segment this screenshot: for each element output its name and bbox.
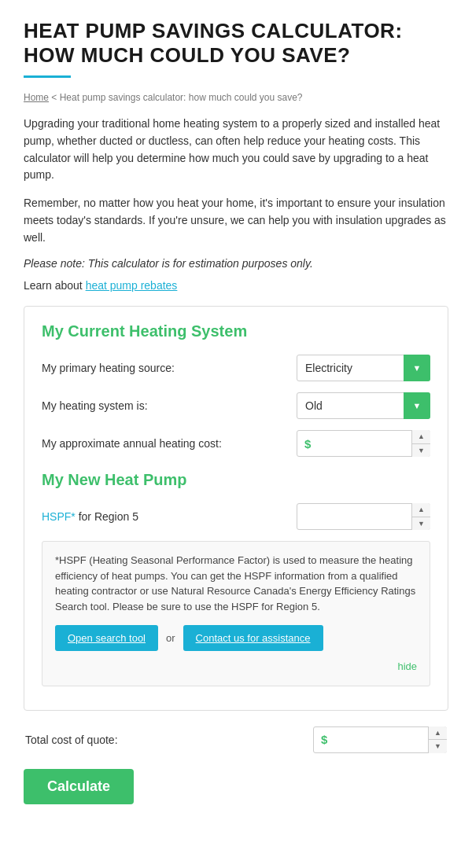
new-heat-pump-title: My New Heat Pump <box>42 471 430 489</box>
breadcrumb-home[interactable]: Home <box>24 92 49 103</box>
info-box-buttons: Open search tool or Contact us for assis… <box>55 625 417 651</box>
heating-source-label: My primary heating source: <box>42 362 175 374</box>
hspf-info-text: *HSPF (Heating Seasonal Performance Fact… <box>55 553 417 614</box>
breadcrumb: Home < Heat pump savings calculator: how… <box>24 92 448 103</box>
total-spin-up[interactable]: ▲ <box>429 726 447 741</box>
heating-cost-row: My approximate annual heating cost: $ ▲ … <box>42 430 430 457</box>
rebate-link-block: Learn about heat pump rebates <box>24 279 448 292</box>
rebate-text: Learn about <box>24 279 86 292</box>
heating-source-select[interactable]: Electricity Natural Gas Oil Propane <box>297 355 430 381</box>
cost-spin-down[interactable]: ▼ <box>412 444 430 458</box>
heating-system-select[interactable]: Old New <box>297 392 430 419</box>
total-cost-label: Total cost of quote: <box>25 734 118 746</box>
estimation-note: Please note: This calculator is for esti… <box>24 257 448 270</box>
current-heating-card: My Current Heating System My primary hea… <box>24 306 448 711</box>
total-cost-input-wrapper: $ ▲ ▼ <box>313 726 447 753</box>
calculate-button[interactable]: Calculate <box>24 769 134 804</box>
hspf-info-box: *HSPF (Heating Seasonal Performance Fact… <box>42 541 430 686</box>
heating-cost-label: My approximate annual heating cost: <box>42 437 222 450</box>
breadcrumb-separator: < Heat pump savings calculator: how much… <box>51 92 302 103</box>
hspf-input-wrapper: ▲ ▼ <box>297 503 430 530</box>
or-text: or <box>166 631 175 646</box>
heating-system-select-wrapper: Old New <box>297 392 430 419</box>
heating-cost-input-wrapper: $ ▲ ▼ <box>297 430 430 457</box>
hspf-spin-down[interactable]: ▼ <box>412 517 430 531</box>
cost-spin-buttons: ▲ ▼ <box>411 430 430 457</box>
hspf-spin-up[interactable]: ▲ <box>412 503 430 517</box>
heating-system-row: My heating system is: Old New <box>42 392 430 419</box>
hspf-spin-buttons: ▲ ▼ <box>411 503 430 530</box>
heating-source-row: My primary heating source: Electricity N… <box>42 355 430 381</box>
total-spin-down[interactable]: ▼ <box>429 740 447 753</box>
page-title: HEAT PUMP SAVINGS CALCULATOR: HOW MUCH C… <box>24 19 448 68</box>
cost-spin-up[interactable]: ▲ <box>412 430 430 444</box>
total-cost-row: Total cost of quote: $ ▲ ▼ <box>24 726 448 753</box>
heating-cost-input[interactable] <box>297 430 430 457</box>
rebate-link[interactable]: heat pump rebates <box>86 279 178 292</box>
contact-us-button[interactable]: Contact us for assistance <box>183 625 323 651</box>
description-paragraph-2: Remember, no matter how you heat your ho… <box>24 195 448 246</box>
current-heating-title: My Current Heating System <box>42 322 430 340</box>
hspf-link[interactable]: HSPF* <box>42 510 76 523</box>
total-cost-input[interactable] <box>313 726 447 753</box>
hspf-row: HSPF* for Region 5 ▲ ▼ <box>42 503 430 530</box>
open-search-tool-button[interactable]: Open search tool <box>55 625 158 651</box>
total-spin-buttons: ▲ ▼ <box>428 726 447 753</box>
heating-source-select-wrapper: Electricity Natural Gas Oil Propane <box>297 355 430 381</box>
heating-system-label: My heating system is: <box>42 399 148 412</box>
title-underline <box>24 75 71 78</box>
hspf-label: HSPF* for Region 5 <box>42 510 138 523</box>
hspf-label-suffix: for Region 5 <box>76 510 138 523</box>
hspf-input[interactable] <box>297 503 430 530</box>
description-paragraph-1: Upgrading your traditional home heating … <box>24 116 448 184</box>
hide-link[interactable]: hide <box>55 659 417 675</box>
